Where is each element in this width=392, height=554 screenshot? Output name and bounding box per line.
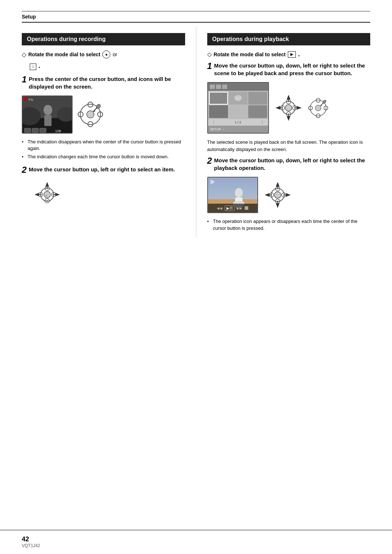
header-section: Setup (0, 0, 392, 27)
diagram-row-step2-right: ◀◀ ▶/II ▶▶ (207, 177, 371, 213)
step1-num-right: 1 (207, 62, 212, 70)
svg-text:v: v (46, 194, 47, 197)
col-playback: Operations during playback ◇ Rotate the … (196, 27, 371, 237)
svg-point-37 (234, 95, 242, 101)
playback-mode-icon: ▶ (288, 51, 296, 58)
step1-text-left: Press the center of the cursor button, a… (29, 75, 185, 90)
video-mode-icon: ● (102, 50, 110, 58)
bullet-item-right: The operation icon appears or disappears… (207, 218, 371, 232)
header-label: Setup (22, 14, 370, 22)
footer: 42 VQT1J42 (0, 530, 392, 554)
playback-desc: The selected scene is played back on the… (207, 139, 371, 153)
svg-marker-44 (297, 106, 302, 110)
dot-right: . (298, 50, 300, 58)
page-wrapper: Setup Operations during recording ◇ Rota… (0, 0, 392, 554)
svg-point-5 (44, 105, 52, 115)
or-text-left: or (113, 52, 117, 57)
joystick-step1-right-svg (274, 93, 303, 122)
step1-recording: 1 Press the center of the cursor button,… (22, 75, 185, 90)
bullet-list-step1: The indication disappears when the cente… (22, 139, 185, 161)
svg-point-80 (274, 192, 281, 198)
diamond-icon-right: ◇ (207, 51, 212, 58)
rotate-text-right: Rotate the mode dial to select (214, 52, 286, 57)
bullet-item-2: The indication changes each time the cur… (22, 154, 185, 160)
svg-text:P1L: P1L (29, 98, 34, 101)
rotate-instruction-right: ◇ Rotate the mode dial to select ▶ . (207, 50, 371, 58)
diagram-row-step1-left: 12B P1L (22, 95, 185, 134)
rotate-instruction-left: ◇ Rotate the mode dial to select ● or (22, 50, 185, 58)
rotate-text-left: Rotate the mode dial to select (28, 52, 100, 57)
footer-inner: 42 VQT1J42 (22, 535, 370, 548)
cursor-pointing-right-svg (308, 98, 328, 118)
svg-rect-6 (44, 115, 52, 126)
model-code: VQT1J42 (22, 543, 40, 548)
svg-text:12B: 12B (55, 129, 61, 133)
svg-marker-40 (287, 116, 290, 121)
playback-screen-mockup: 〈 1 / 2 〉 SETUP ··· (207, 82, 269, 134)
svg-point-11 (24, 97, 27, 101)
camera-scene-svg: 12B P1L (23, 96, 73, 134)
photo-mode-icon: □ (30, 64, 36, 70)
svg-point-63 (235, 188, 243, 197)
svg-rect-61 (208, 178, 258, 199)
svg-marker-69 (276, 203, 279, 208)
video-controls-bar: ◀◀ ▶/II ▶▶ (208, 204, 257, 212)
svg-point-51 (285, 105, 292, 111)
step2-playback: 2 Move the cursor button up, down, left … (207, 156, 371, 172)
diagram-row-step1-right: 〈 1 / 2 〉 SETUP ··· (207, 82, 371, 134)
step1-num-left: 1 (22, 75, 26, 84)
bullet-list-step2-right: The operation icon appears or disappears… (207, 218, 371, 232)
cursor-pointing-svg (78, 102, 103, 127)
camera-screen-inner: 12B P1L (23, 96, 72, 133)
svg-marker-71 (265, 193, 269, 197)
page-number: 42 (22, 535, 40, 543)
step2-text-right: Move the cursor button up, down, left or… (214, 156, 370, 172)
step1-text-right: Move the cursor button up, down, left or… (214, 62, 370, 77)
bullet-item-1: The indication disappears when the cente… (22, 139, 185, 152)
svg-marker-73 (286, 193, 291, 197)
svg-point-57 (315, 105, 321, 111)
step2-num-left: 2 (22, 166, 26, 174)
joystick-step2-right-svg (263, 180, 292, 209)
svg-rect-8 (32, 128, 38, 133)
playback-section-title: Operations during playback (207, 33, 371, 45)
footer-left: 42 VQT1J42 (22, 535, 40, 548)
recording-section-title: Operations during recording (22, 33, 185, 45)
svg-marker-67 (276, 182, 279, 187)
svg-marker-23 (45, 182, 49, 187)
two-col-layout: Operations during recording ◇ Rotate the… (0, 27, 392, 237)
svg-marker-38 (287, 95, 290, 99)
diagram-step2-left: v (33, 180, 185, 210)
col-recording: Operations during recording ◇ Rotate the… (22, 27, 196, 237)
dot-left: . (38, 62, 40, 69)
joystick-step2-svg: v (33, 180, 62, 209)
video-screen-mockup: ◀◀ ▶/II ▶▶ (207, 177, 258, 213)
step2-num-right: 2 (207, 156, 212, 165)
camera-screen-mockup: 12B P1L (22, 95, 73, 134)
step2-recording: 2 Move the cursor button up, left or rig… (22, 166, 185, 174)
diamond-icon-left: ◇ (22, 51, 26, 58)
svg-marker-42 (275, 106, 280, 110)
svg-rect-7 (24, 128, 31, 133)
svg-rect-9 (40, 128, 46, 133)
step1-playback: 1 Move the cursor button up, down, left … (207, 62, 371, 77)
svg-point-35 (44, 191, 50, 198)
step2-text-left: Move the cursor button up, left or right… (29, 166, 185, 173)
